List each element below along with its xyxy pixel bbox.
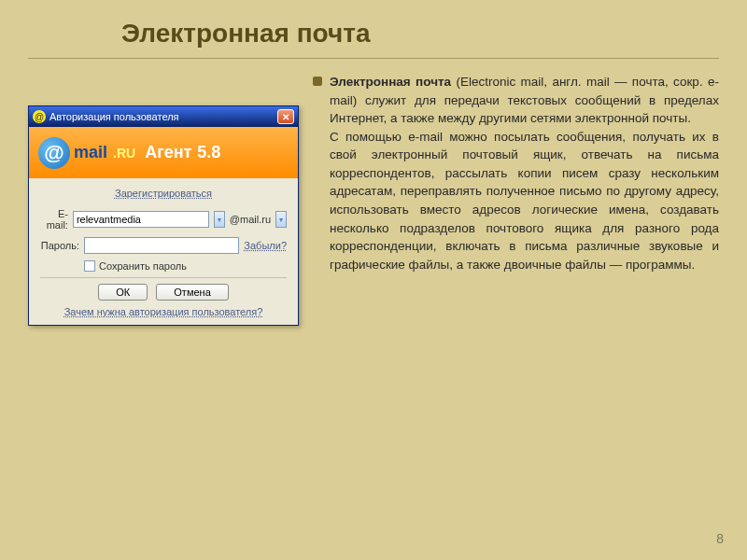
register-link[interactable]: Зарегистрироваться bbox=[115, 188, 212, 199]
app-icon: @ bbox=[33, 110, 46, 123]
why-auth-link[interactable]: Зачем нужна авторизация пользователя? bbox=[64, 306, 263, 317]
brand-agent: Агент bbox=[145, 143, 191, 162]
brand-ru: .RU bbox=[113, 146, 135, 161]
email-dropdown-icon[interactable]: ▾ bbox=[214, 211, 225, 228]
password-label: Пароль: bbox=[40, 240, 79, 251]
close-icon[interactable]: ✕ bbox=[277, 109, 294, 124]
separator bbox=[40, 277, 287, 278]
page-number: 8 bbox=[716, 531, 724, 546]
bullet-icon bbox=[313, 77, 322, 86]
ok-button[interactable]: ОК bbox=[98, 284, 148, 301]
slide-title: Электронная почта bbox=[121, 19, 719, 49]
divider bbox=[28, 58, 719, 59]
email-input[interactable] bbox=[73, 211, 209, 228]
forgot-link[interactable]: Забыли? bbox=[244, 240, 287, 251]
at-logo-icon: @ bbox=[38, 137, 70, 169]
domain-label: @mail.ru bbox=[230, 214, 271, 225]
email-label: E-mail: bbox=[40, 208, 68, 231]
save-password-checkbox[interactable] bbox=[84, 260, 95, 272]
titlebar[interactable]: @ Авторизация пользователя ✕ bbox=[29, 106, 298, 127]
brand-banner: @ mail.RU Агент 5.8 bbox=[29, 127, 298, 178]
save-password-label: Сохранить пароль bbox=[99, 260, 187, 272]
password-input[interactable] bbox=[84, 237, 239, 254]
body-text: Электронная почта (Electronic mail, англ… bbox=[330, 73, 719, 273]
window-title: Авторизация пользователя bbox=[49, 111, 274, 122]
cancel-button[interactable]: Отмена bbox=[156, 284, 228, 301]
brand-mail: mail bbox=[74, 143, 107, 162]
auth-dialog: @ Авторизация пользователя ✕ @ mail.RU А… bbox=[28, 105, 299, 326]
brand-version: 5.8 bbox=[197, 143, 220, 162]
domain-dropdown-icon[interactable]: ▾ bbox=[275, 211, 287, 228]
